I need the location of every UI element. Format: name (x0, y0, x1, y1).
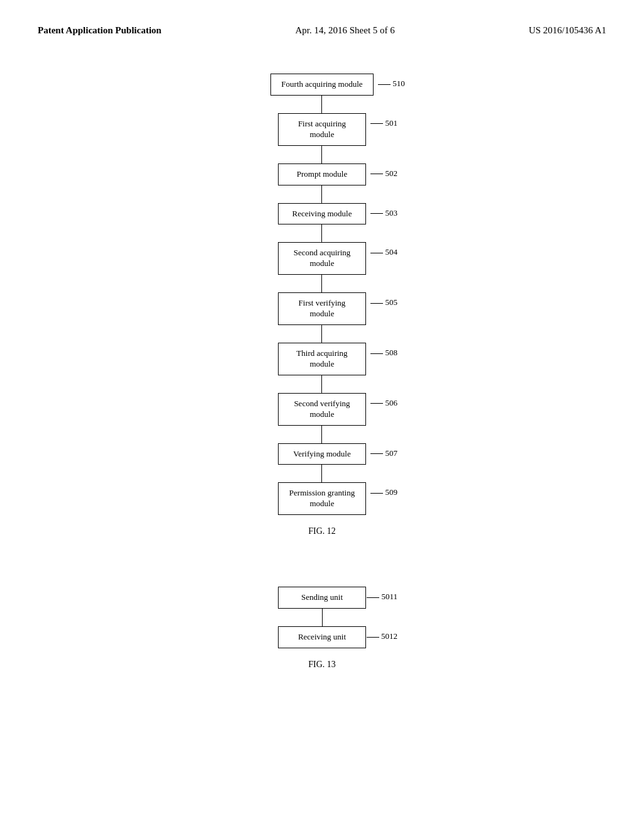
connector (321, 325, 322, 343)
label-508: 508 (370, 348, 397, 358)
label-5011: 5011 (367, 592, 397, 602)
module-5012: Receiving unit (278, 626, 366, 648)
label-503: 503 (370, 208, 397, 218)
sheet-info: Apr. 14, 2016 Sheet 5 of 6 (296, 25, 395, 36)
label-507: 507 (370, 448, 397, 458)
label-504: 504 (370, 247, 397, 257)
patent-number: US 2016/105436 A1 (529, 25, 606, 36)
connector (321, 426, 322, 443)
label-5012: 5012 (367, 631, 397, 641)
connector (321, 146, 322, 163)
diagrams-container: Fourth acquiring module 510 First acquir… (38, 74, 606, 670)
module-506: Second verifyingmodule (278, 393, 366, 426)
module-505: First verifyingmodule (278, 292, 366, 325)
module-502: Prompt module (278, 163, 366, 185)
label-501: 501 (370, 118, 397, 128)
connector (321, 375, 322, 393)
module-5011: Sending unit (278, 587, 366, 609)
connector (322, 609, 323, 626)
module-501: First acquiringmodule (278, 113, 366, 146)
module-510: Fourth acquiring module (270, 74, 373, 96)
patent-publication-label: Patent Application Publication (38, 25, 162, 36)
label-502: 502 (370, 169, 397, 179)
connector (321, 185, 322, 203)
module-504: Second acquiringmodule (278, 242, 366, 275)
module-503: Receiving module (278, 203, 366, 225)
label-509: 509 (370, 487, 397, 497)
fig12-label: FIG. 12 (308, 526, 336, 536)
label-506: 506 (370, 398, 397, 408)
connector (321, 275, 322, 292)
page-header: Patent Application Publication Apr. 14, … (38, 25, 606, 36)
fig13-label: FIG. 13 (308, 660, 336, 670)
connector (321, 465, 322, 482)
label-510: 510 (378, 79, 405, 89)
connector (321, 224, 322, 242)
label-505: 505 (370, 297, 397, 307)
connector (321, 96, 322, 113)
module-508: Third acquiringmodule (278, 343, 366, 375)
module-509: Permission grantingmodule (278, 482, 366, 515)
page: Patent Application Publication Apr. 14, … (0, 0, 644, 830)
module-507: Verifying module (278, 443, 366, 465)
